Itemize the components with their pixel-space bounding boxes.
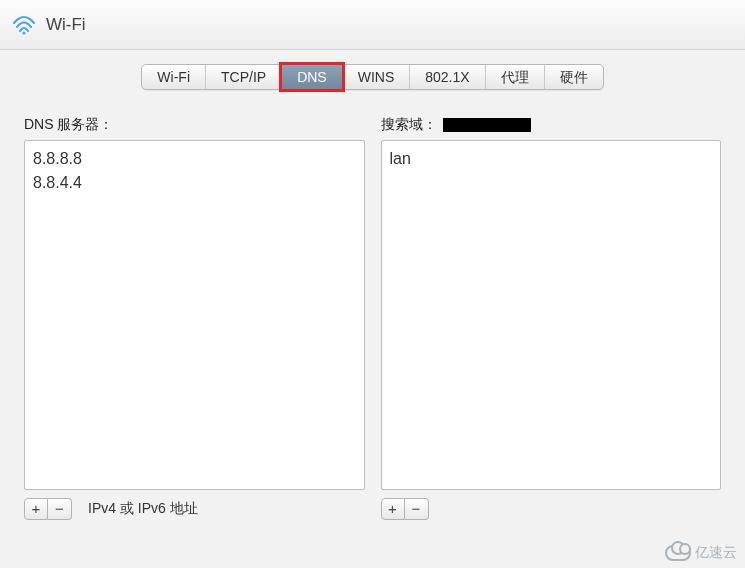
search-domains-add-button[interactable]: + — [381, 498, 405, 520]
tab-bar: Wi-Fi TCP/IP DNS WINS 802.1X 代理 硬件 — [141, 64, 603, 90]
dns-servers-list[interactable]: 8.8.8.8 8.8.4.4 — [24, 140, 365, 490]
tab-hardware[interactable]: 硬件 — [545, 65, 603, 89]
wifi-icon — [12, 15, 36, 35]
dns-servers-label: DNS 服务器： — [24, 116, 365, 134]
list-item[interactable]: 8.8.4.4 — [33, 171, 356, 195]
search-domains-footer: + − — [381, 498, 722, 520]
window-titlebar: Wi-Fi — [0, 0, 745, 50]
search-domains-list[interactable]: lan — [381, 140, 722, 490]
watermark-text: 亿速云 — [695, 544, 737, 562]
dns-panel: DNS 服务器： 8.8.8.8 8.8.4.4 + − IPv4 或 IPv6… — [24, 116, 365, 520]
tab-wins[interactable]: WINS — [343, 65, 411, 89]
tab-tcpip[interactable]: TCP/IP — [206, 65, 282, 89]
search-domains-panel: 搜索域： lan + − — [381, 116, 722, 520]
tabs-container: Wi-Fi TCP/IP DNS WINS 802.1X 代理 硬件 — [0, 50, 745, 102]
tab-proxy[interactable]: 代理 — [486, 65, 545, 89]
list-item[interactable]: lan — [390, 147, 713, 171]
watermark: 亿速云 — [665, 544, 737, 562]
cloud-icon — [665, 545, 691, 561]
dns-footer: + − IPv4 或 IPv6 地址 — [24, 498, 365, 520]
tab-8021x[interactable]: 802.1X — [410, 65, 485, 89]
content-area: DNS 服务器： 8.8.8.8 8.8.4.4 + − IPv4 或 IPv6… — [0, 102, 745, 520]
search-domains-label-text: 搜索域： — [381, 116, 437, 134]
search-domains-remove-button[interactable]: − — [405, 498, 429, 520]
svg-point-0 — [22, 31, 25, 34]
dns-add-remove-group: + − — [24, 498, 72, 520]
tab-wifi[interactable]: Wi-Fi — [142, 65, 206, 89]
dns-remove-button[interactable]: − — [48, 498, 72, 520]
list-item[interactable]: 8.8.8.8 — [33, 147, 356, 171]
dns-hint-label: IPv4 或 IPv6 地址 — [88, 500, 198, 518]
search-domains-add-remove-group: + − — [381, 498, 429, 520]
tab-dns[interactable]: DNS — [282, 65, 343, 89]
dns-add-button[interactable]: + — [24, 498, 48, 520]
page-title: Wi-Fi — [46, 15, 86, 35]
redacted-block — [443, 118, 531, 132]
search-domains-label: 搜索域： — [381, 116, 722, 134]
